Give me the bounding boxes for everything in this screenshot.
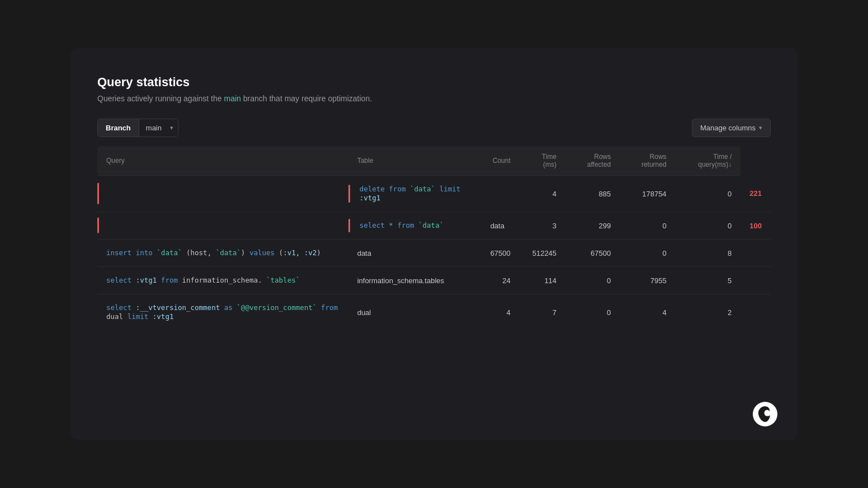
- rows-affected-cell: 0: [565, 294, 620, 331]
- col-header-time: Time (ms): [520, 146, 565, 176]
- query-stats-table: Query Table Count Time (ms) Rows affecte…: [97, 146, 771, 330]
- table-row: select * from `data` data 3 299 0 0 100: [97, 212, 771, 240]
- page-title: Query statistics: [97, 75, 771, 90]
- toolbar: Branch main ▾ Manage columns ▾: [97, 119, 771, 137]
- table-row: select :vtg1 from information_schema. `t…: [97, 267, 771, 294]
- rows-returned-cell: 0: [676, 176, 741, 212]
- rows-affected-cell: 0: [565, 267, 620, 294]
- subtitle-post: branch that may require optimization.: [241, 94, 372, 103]
- subtitle-branch: main: [224, 94, 240, 103]
- rows-returned-cell: 4: [620, 294, 675, 331]
- branch-selector: Branch main ▾: [97, 119, 178, 137]
- table-name-cell: data: [482, 212, 520, 240]
- count-cell: 4: [520, 176, 565, 212]
- time-query-cell: 2: [676, 294, 741, 331]
- main-window: Query statistics Queries actively runnin…: [70, 48, 798, 440]
- manage-columns-button[interactable]: Manage columns ▾: [692, 119, 771, 137]
- subtitle-pre: Queries actively running against the: [97, 94, 224, 103]
- table-name-cell: data: [348, 240, 482, 267]
- col-header-rows-affected: Rows affected: [565, 146, 620, 176]
- query-cell: select * from `data`: [348, 212, 482, 240]
- svg-point-0: [753, 402, 777, 426]
- time-cell: 299: [565, 212, 620, 240]
- table-name-cell: information_schema.tables: [348, 267, 482, 294]
- col-header-rows-returned: Rows returned: [620, 146, 675, 176]
- rows-returned-cell: 0: [676, 212, 741, 240]
- table-name-cell: [482, 176, 520, 212]
- time-cell: 512245: [520, 240, 565, 267]
- col-header-query: Query: [97, 146, 348, 176]
- time-query-cell: 8: [676, 240, 741, 267]
- chevron-down-icon: ▾: [759, 124, 762, 132]
- rows-returned-cell: 0: [620, 240, 675, 267]
- col-header-count: Count: [482, 146, 520, 176]
- time-query-cell: 5: [676, 267, 741, 294]
- time-query-cell: 100: [740, 212, 771, 240]
- col-header-time-query: Time / query(ms)↓: [676, 146, 741, 176]
- query-cell: select :vtg1 from information_schema. `t…: [97, 267, 348, 294]
- time-cell: 7: [520, 294, 565, 331]
- count-cell: 3: [520, 212, 565, 240]
- count-cell: 24: [482, 267, 520, 294]
- time-cell: 114: [520, 267, 565, 294]
- query-cell: select :__vtversion_comment as `@@versio…: [97, 294, 348, 331]
- page-subtitle: Queries actively running against the mai…: [97, 94, 771, 103]
- time-query-cell: 221: [740, 176, 771, 212]
- manage-columns-label: Manage columns: [700, 124, 756, 132]
- branch-select[interactable]: main: [139, 119, 178, 137]
- rows-affected-cell: 178754: [620, 176, 675, 212]
- count-cell: 4: [482, 294, 520, 331]
- rows-affected-cell: 67500: [565, 240, 620, 267]
- query-cell: insert into `data` (host, `data`) values…: [97, 240, 348, 267]
- table-name-cell: dual: [348, 294, 482, 331]
- table-row: insert into `data` (host, `data`) values…: [97, 240, 771, 267]
- logo: [753, 402, 777, 426]
- rows-returned-cell: 7955: [620, 267, 675, 294]
- branch-label: Branch: [98, 119, 139, 137]
- branch-select-wrapper: main ▾: [139, 119, 178, 137]
- table-row: delete from `data` limit :vtg1 4 885 178…: [97, 176, 771, 212]
- time-cell: 885: [565, 176, 620, 212]
- col-header-table: Table: [348, 146, 482, 176]
- query-cell: delete from `data` limit :vtg1: [348, 176, 482, 212]
- rows-affected-cell: 0: [620, 212, 675, 240]
- count-cell: 67500: [482, 240, 520, 267]
- table-row: select :__vtversion_comment as `@@versio…: [97, 294, 771, 331]
- table-header-row: Query Table Count Time (ms) Rows affecte…: [97, 146, 771, 176]
